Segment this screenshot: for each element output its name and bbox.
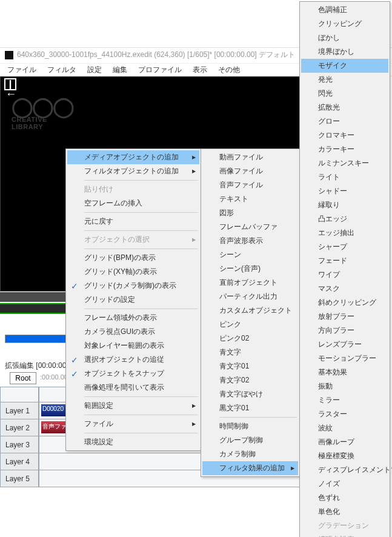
- ctx-main-item-6[interactable]: 元に戻す: [67, 215, 199, 228]
- ctx-filter-item-19[interactable]: ワイプ: [301, 268, 388, 282]
- ctx-filter-item-1[interactable]: クリッピング: [301, 17, 388, 31]
- ctx-filter-item-29[interactable]: ラスター: [301, 407, 388, 421]
- ctx-filter-item-12[interactable]: ライト: [301, 170, 388, 184]
- ctx-main-item-16[interactable]: カメラ視点GUIの表示: [67, 325, 199, 339]
- menu-other[interactable]: その他: [213, 64, 245, 76]
- ctx-main-item-0[interactable]: メディアオブジェクトの追加▶: [67, 150, 199, 164]
- ctx-main-item-10[interactable]: グリッド(BPM)の表示: [67, 251, 199, 265]
- ctx-filter-item-20[interactable]: マスク: [301, 282, 388, 296]
- ctx-filter-item-33[interactable]: ディスプレイスメントマップ: [301, 463, 388, 477]
- ctx-main-item-17[interactable]: 対象レイヤー範囲の表示: [67, 339, 199, 353]
- ctx-filter-item-9[interactable]: クロマキー: [301, 128, 388, 142]
- ctx-filter-item-27[interactable]: 振動: [301, 379, 388, 393]
- ctx-media-item-5[interactable]: フレームバッファ: [202, 220, 298, 234]
- ctx-filter-item-7[interactable]: 拡散光: [301, 101, 388, 115]
- ctx-filter-item-28[interactable]: ミラー: [301, 393, 388, 407]
- ctx-main-item-18[interactable]: ✓選択オブジェクトの追従: [67, 353, 199, 367]
- ctx-filter-item-label: 凸エッジ: [318, 214, 347, 224]
- ctx-filter-item-11[interactable]: ルミナンスキー: [301, 156, 388, 170]
- ctx-filter-item-15[interactable]: 凸エッジ: [301, 212, 388, 226]
- ctx-media-item-12[interactable]: ピンク: [202, 318, 298, 332]
- ctx-media-item-13[interactable]: ピンク02: [202, 332, 298, 345]
- ctx-filter-item-32[interactable]: 極座標変換: [301, 449, 388, 463]
- ctx-media-item-0[interactable]: 動画ファイル: [202, 150, 298, 164]
- ctx-filter-item-25[interactable]: モーションブラー: [301, 352, 388, 365]
- ctx-filter-item-21[interactable]: 斜めクリッピング: [301, 296, 388, 310]
- ctx-filter-item-label: 極座標変換: [318, 451, 354, 461]
- ctx-main-item-13[interactable]: グリッドの設定: [67, 293, 199, 307]
- ctx-filter-item-23[interactable]: 方向ブラー: [301, 324, 388, 338]
- ctx-media-item-1[interactable]: 画像ファイル: [202, 164, 298, 178]
- ctx-filter-item-31[interactable]: 画像ループ: [301, 435, 388, 449]
- ctx-filter-item-3[interactable]: 境界ぼかし: [301, 45, 388, 59]
- ctx-main-separator: [84, 248, 198, 249]
- menu-filter[interactable]: フィルタ: [42, 64, 81, 76]
- ctx-main-item-4[interactable]: 空フレームの挿入: [67, 196, 199, 210]
- ctx-main-item-20[interactable]: 画像処理を間引いて表示: [67, 381, 199, 395]
- ctx-filter-item-10[interactable]: カラーキー: [301, 142, 388, 156]
- ctx-media-item-3[interactable]: テキスト: [202, 192, 298, 206]
- ctx-media-item-label: 動画ファイル: [219, 152, 263, 162]
- ctx-filter-item-34[interactable]: ノイズ: [301, 477, 388, 491]
- ctx-filter-item-14[interactable]: 縁取り: [301, 198, 388, 212]
- ctx-media-item-23[interactable]: フィルタ効果の追加▶: [202, 461, 298, 475]
- ctx-media-item-9[interactable]: 直前オブジェクト: [202, 276, 298, 290]
- ctx-filter-item-label: ワイプ: [318, 270, 340, 280]
- ctx-media-item-4[interactable]: 図形: [202, 206, 298, 220]
- ctx-media-item-15[interactable]: 青文字01: [202, 359, 298, 373]
- ctx-media-item-label: 音声波形表示: [219, 236, 263, 246]
- ctx-filter-item-8[interactable]: グロー: [301, 115, 388, 128]
- ctx-main-item-12[interactable]: ✓グリッド(カメラ制御)の表示: [67, 279, 199, 293]
- ctx-media-item-8[interactable]: シーン(音声): [202, 262, 298, 276]
- menu-settings[interactable]: 設定: [82, 64, 107, 76]
- layer-4[interactable]: Layer 4: [0, 453, 39, 470]
- ctx-media-item-16[interactable]: 青文字02: [202, 373, 298, 387]
- ctx-main-item-15[interactable]: フレーム領域外の表示: [67, 311, 199, 325]
- ctx-main-item-19[interactable]: ✓オブジェクトをスナップ: [67, 367, 199, 381]
- ctx-media-item-2[interactable]: 音声ファイル: [202, 178, 298, 192]
- ctx-main-item-1[interactable]: フィルタオブジェクトの追加▶: [67, 164, 199, 178]
- ctx-media-item-22[interactable]: カメラ制御: [202, 447, 298, 461]
- ctx-filter-item-17[interactable]: シャープ: [301, 240, 388, 254]
- menu-edit[interactable]: 編集: [108, 64, 132, 76]
- layer-3[interactable]: Layer 3: [0, 436, 39, 453]
- ctx-media-item-18[interactable]: 黒文字01: [202, 401, 298, 415]
- ctx-filter-item-22[interactable]: 放射ブラー: [301, 310, 388, 324]
- seek-start-icon[interactable]: |←: [4, 78, 16, 90]
- ctx-filter-item-4[interactable]: モザイク: [301, 59, 388, 73]
- layer-1[interactable]: Layer 1: [0, 402, 39, 419]
- ctx-filter-item-16[interactable]: エッジ抽出: [301, 226, 388, 240]
- menu-file[interactable]: ファイル: [2, 64, 41, 76]
- ctx-filter-item-35[interactable]: 色ずれ: [301, 491, 388, 505]
- ctx-filter-item-0[interactable]: 色調補正: [301, 3, 388, 17]
- menu-view[interactable]: 表示: [188, 64, 212, 76]
- layer-2[interactable]: Layer 2: [0, 419, 39, 436]
- ctx-filter-item-30[interactable]: 波紋: [301, 421, 388, 435]
- ctx-filter-item-6[interactable]: 閃光: [301, 87, 388, 101]
- menu-profile[interactable]: プロファイル: [133, 64, 187, 76]
- root-button[interactable]: Root: [10, 372, 36, 384]
- ctx-filter-item-2[interactable]: ぼかし: [301, 31, 388, 45]
- ctx-main-item-24[interactable]: ファイル▶: [67, 417, 199, 431]
- ctx-media-item-14[interactable]: 青文字: [202, 345, 298, 359]
- ctx-filter-item-26[interactable]: 基本効果: [301, 365, 388, 379]
- ctx-media-item-21[interactable]: グループ制御: [202, 433, 298, 447]
- ctx-filter-item-13[interactable]: シャドー: [301, 184, 388, 198]
- ctx-media-item-10[interactable]: パーティクル出力: [202, 290, 298, 304]
- ctx-media-item-20[interactable]: 時間制御: [202, 419, 298, 433]
- ctx-media-item-11[interactable]: カスタムオブジェクト: [202, 304, 298, 318]
- ctx-filter-item-5[interactable]: 発光: [301, 73, 388, 87]
- ctx-filter-item-18[interactable]: フェード: [301, 254, 388, 268]
- ctx-filter-item-24[interactable]: レンズブラー: [301, 338, 388, 352]
- ctx-filter-item-label: クロマキー: [318, 130, 354, 141]
- ctx-main-item-8: オブジェクトの選択▶: [67, 233, 199, 247]
- ctx-media-item-7[interactable]: シーン: [202, 248, 298, 262]
- ctx-filter-item-36[interactable]: 単色化: [301, 505, 388, 519]
- ctx-main-item-11[interactable]: グリッド(XY軸)の表示: [67, 265, 199, 279]
- layer-5[interactable]: Layer 5: [0, 470, 39, 487]
- ctx-filter-item-label: 色ずれ: [318, 493, 340, 503]
- ctx-media-item-6[interactable]: 音声波形表示: [202, 234, 298, 248]
- ctx-main-item-26[interactable]: 環境設定: [67, 435, 199, 449]
- ctx-main-item-22[interactable]: 範囲設定▶: [67, 399, 199, 413]
- ctx-media-item-17[interactable]: 青文字ぼやけ: [202, 387, 298, 401]
